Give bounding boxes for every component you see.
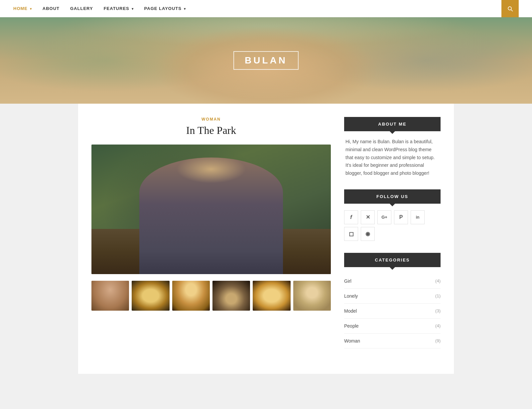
about-me-header: ABOUT ME [344,117,441,131]
follow-us-widget: FOLLOW US f ✕ G+ P in ◻ ◉ [344,189,441,241]
post-title: In The Park [91,124,331,137]
twitter-icon[interactable]: ✕ [361,210,375,224]
content-area: WOMAN In The Park [91,117,331,360]
category-count: (3) [435,308,441,313]
nav-home[interactable]: HOME ▾ [13,6,32,11]
categories-header: CATEGORIES [344,253,441,267]
hero-banner: BULAN [0,17,532,104]
category-name: Lonely [344,293,358,299]
category-name: Woman [344,338,360,344]
chevron-down-icon: ▾ [29,7,32,11]
facebook-icon[interactable]: f [344,210,358,224]
nav-features[interactable]: FEATURES ▾ [104,6,134,11]
linkedin-icon[interactable]: in [411,210,425,224]
category-model[interactable]: Model (3) [344,304,441,319]
thumbnail-4[interactable] [212,281,250,311]
search-button[interactable] [501,0,519,17]
categories-list: Girl (4) Lonely (1) Model (3) People (4)… [344,267,441,349]
category-count: (4) [435,323,441,328]
about-me-text: Hi, My name is Bulan. Bulan is a beautif… [344,131,441,177]
chevron-down-icon: ▾ [183,7,186,11]
thumbnail-6[interactable] [293,281,331,311]
social-icons-container: f ✕ G+ P in ◻ ◉ [344,204,441,241]
category-name: Model [344,308,357,314]
nav-about[interactable]: ABOUT [43,6,60,11]
nav-page-layouts[interactable]: PAGE LAYOUTS ▾ [144,6,186,11]
main-container: WOMAN In The Park ABOUT ME Hi, My name i… [78,104,454,374]
nav-gallery[interactable]: GALLERY [70,6,93,11]
post-main-image [91,145,331,274]
thumbnail-3[interactable] [172,281,210,311]
category-people[interactable]: People (4) [344,319,441,334]
category-lonely[interactable]: Lonely (1) [344,289,441,304]
chevron-down-icon: ▾ [130,7,134,11]
category-count: (4) [435,278,441,283]
nav-links: HOME ▾ ABOUT GALLERY FEATURES ▾ PAGE LAY… [13,6,186,11]
category-count: (1) [435,293,441,298]
category-girl[interactable]: Girl (4) [344,274,441,289]
category-count: (9) [435,338,441,343]
search-icon [507,5,513,12]
pinterest-icon[interactable]: P [394,210,408,224]
site-logo: BULAN [233,51,299,70]
navbar: HOME ▾ ABOUT GALLERY FEATURES ▾ PAGE LAY… [0,0,532,17]
post-category: WOMAN [91,117,331,122]
sidebar: ABOUT ME Hi, My name is Bulan. Bulan is … [344,117,441,360]
rss-icon[interactable]: ◉ [361,227,375,241]
follow-us-header: FOLLOW US [344,189,441,204]
google-plus-icon[interactable]: G+ [377,210,391,224]
thumbnail-5[interactable] [253,281,290,311]
category-woman[interactable]: Woman (9) [344,334,441,349]
thumbnail-1[interactable] [91,281,129,311]
category-name: People [344,323,359,329]
about-me-widget: ABOUT ME Hi, My name is Bulan. Bulan is … [344,117,441,177]
thumbnail-2[interactable] [132,281,169,311]
category-name: Girl [344,278,351,284]
person-figure [139,157,283,274]
thumbnail-strip [91,281,331,311]
instagram-icon[interactable]: ◻ [344,227,358,241]
categories-widget: CATEGORIES Girl (4) Lonely (1) Model (3)… [344,253,441,349]
